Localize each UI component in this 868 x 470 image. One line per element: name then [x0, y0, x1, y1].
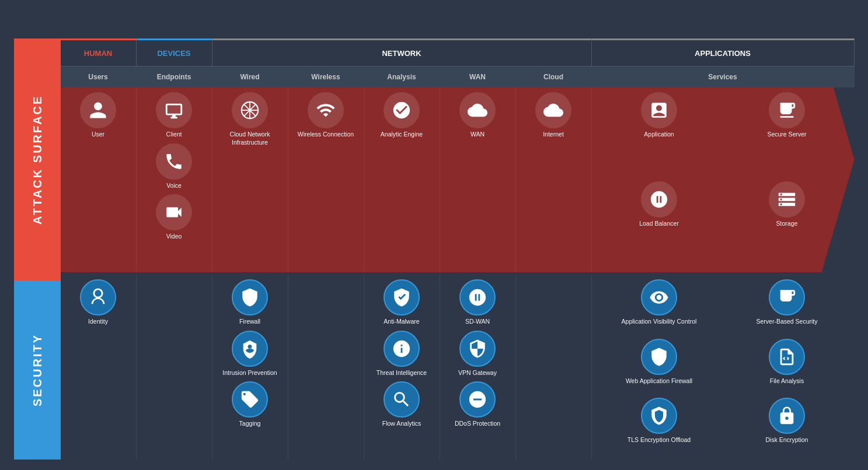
- internet-label: Internet: [543, 131, 564, 139]
- analytic-engine-item: Analytic Engine: [381, 92, 423, 139]
- anti-malware-icon: [384, 279, 420, 315]
- analytic-engine-icon: [384, 92, 420, 128]
- vpn-gateway-icon: [459, 331, 496, 367]
- flow-analytics-item: Flow Analytics: [382, 381, 421, 428]
- web-app-fw-label: Web Application Firewall: [626, 377, 692, 385]
- vpn-gateway-label: VPN Gateway: [458, 369, 497, 377]
- intrusion-item: Intrusion Prevention: [222, 331, 277, 377]
- tagging-icon: [232, 381, 268, 418]
- app-visibility-item: Application Visibility Control: [597, 279, 722, 326]
- analytic-engine-label: Analytic Engine: [381, 131, 423, 139]
- devices-header: DEVICES: [137, 38, 212, 66]
- human-header: HUMAN: [61, 38, 137, 66]
- internet-icon: [535, 92, 571, 128]
- identity-item: Identity: [80, 279, 116, 326]
- voice-icon: [156, 143, 192, 180]
- endpoints-subheader: Endpoints: [137, 66, 212, 87]
- load-balancer-item: Load Balancer: [597, 181, 722, 228]
- users-subheader: Users: [61, 66, 137, 87]
- attack-services-col: Application Secure Server Load Balancer: [592, 87, 855, 272]
- sd-wan-label: SD-WAN: [465, 318, 490, 326]
- attack-body-row: User Client Voice: [61, 87, 855, 272]
- vpn-gateway-item: VPN Gateway: [458, 331, 497, 377]
- attack-wired-col: Cloud Network Infrastructure: [212, 87, 288, 272]
- file-analysis-item: File Analysis: [724, 339, 850, 385]
- storage-icon: [769, 181, 805, 218]
- application-label: Application: [644, 131, 674, 139]
- storage-item: Storage: [724, 181, 850, 228]
- wan-item: WAN: [459, 92, 496, 139]
- flow-analytics-label: Flow Analytics: [382, 420, 421, 428]
- analysis-subheader: Analysis: [364, 66, 440, 87]
- attack-users-col: User: [61, 87, 137, 272]
- intrusion-label: Intrusion Prevention: [222, 369, 277, 377]
- anti-malware-label: Anti-Malware: [384, 318, 419, 326]
- ddos-label: DDoS Protection: [455, 420, 500, 428]
- user-item: User: [80, 92, 116, 139]
- video-icon: [156, 194, 192, 230]
- wired-cloud-label: Cloud Network Infrastructure: [215, 131, 285, 146]
- storage-label: Storage: [776, 220, 798, 228]
- client-item: Client: [156, 92, 192, 139]
- tls-offload-label: TLS Encryption Offload: [628, 436, 691, 444]
- wireless-subheader: Wireless: [288, 66, 364, 87]
- category-header-row: HUMAN DEVICES NETWORK APPLICATIONS: [61, 38, 855, 66]
- tls-offload-item: TLS Encryption Offload: [597, 398, 722, 444]
- wired-cloud-item: Cloud Network Infrastructure: [215, 92, 285, 146]
- grid-area: HUMAN DEVICES NETWORK APPLICATIONS Users…: [61, 38, 855, 460]
- applications-header: APPLICATIONS: [592, 38, 855, 66]
- user-icon: [80, 92, 116, 128]
- tagging-item: Tagging: [232, 381, 268, 428]
- security-services-col: Application Visibility Control Server-Ba…: [592, 275, 855, 460]
- identity-icon: [80, 279, 116, 315]
- client-label: Client: [166, 131, 182, 139]
- video-label: Video: [166, 233, 182, 241]
- wireless-icon: [308, 92, 344, 128]
- web-app-fw-item: Web Application Firewall: [597, 339, 722, 385]
- attack-wireless-col: Wireless Connection: [288, 87, 364, 272]
- ddos-icon: [459, 381, 496, 418]
- app-visibility-label: Application Visibility Control: [622, 318, 697, 326]
- identity-label: Identity: [88, 318, 108, 326]
- app-visibility-icon: [641, 279, 677, 315]
- load-balancer-label: Load Balancer: [639, 220, 679, 228]
- security-analysis-col: Anti-Malware Threat Intelligence Flow An…: [364, 275, 440, 460]
- security-body-row: Identity Firewall Intrusion Preventio: [61, 272, 855, 460]
- web-app-fw-icon: [641, 339, 677, 375]
- wireless-conn-label: Wireless Connection: [298, 131, 354, 139]
- client-icon: [156, 92, 192, 128]
- anti-malware-item: Anti-Malware: [384, 279, 420, 326]
- security-wan-col: SD-WAN VPN Gateway DDoS Protection: [440, 275, 516, 460]
- threat-intel-item: Threat Intelligence: [377, 331, 427, 377]
- load-balancer-icon: [641, 181, 677, 218]
- sd-wan-icon: [459, 279, 496, 315]
- cloud-subheader: Cloud: [516, 66, 592, 87]
- attack-surface-label: Attack Surface: [14, 38, 61, 280]
- wan-label: WAN: [470, 131, 484, 139]
- internet-item: Internet: [535, 92, 571, 139]
- server-security-item: Server-Based Security: [724, 279, 850, 326]
- ddos-item: DDoS Protection: [455, 381, 500, 428]
- flow-analytics-icon: [384, 381, 420, 418]
- security-wireless-col: [288, 275, 364, 460]
- attack-wan-col: WAN: [440, 87, 516, 272]
- server-security-icon: [769, 279, 805, 315]
- application-icon: [641, 92, 677, 128]
- sub-header-row: Users Endpoints Wired Wireless Analysis …: [61, 66, 855, 87]
- security-cloud-col: [516, 275, 592, 460]
- voice-label: Voice: [166, 182, 182, 190]
- attack-analysis-col: Analytic Engine: [364, 87, 440, 272]
- threat-intel-icon: [384, 331, 420, 367]
- security-wired-col: Firewall Intrusion Prevention Tagging: [212, 275, 288, 460]
- wireless-conn-item: Wireless Connection: [298, 92, 354, 139]
- diagram-container: Attack Surface Security HUMAN DEVICES NE…: [14, 10, 855, 460]
- secure-server-item: Secure Server: [724, 92, 850, 139]
- user-label: User: [92, 131, 104, 139]
- secure-server-label: Secure Server: [767, 131, 806, 139]
- network-header: NETWORK: [212, 38, 592, 66]
- file-analysis-icon: [769, 339, 805, 375]
- server-security-label: Server-Based Security: [756, 318, 817, 326]
- attack-devices-col: Client Voice Video: [137, 87, 212, 272]
- voice-item: Voice: [156, 143, 192, 190]
- disk-encryption-item: Disk Encryption: [724, 398, 850, 444]
